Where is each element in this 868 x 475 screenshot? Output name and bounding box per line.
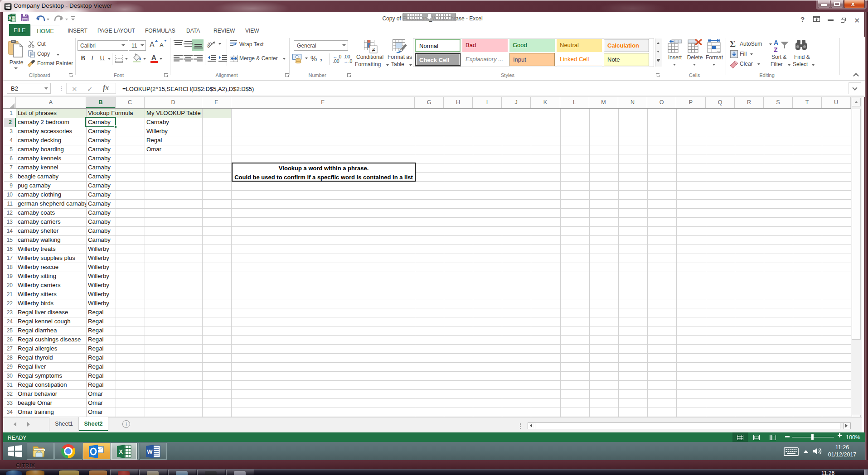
svg-text:A: A bbox=[774, 39, 778, 46]
svg-text:X: X bbox=[119, 448, 123, 455]
svg-text:W: W bbox=[147, 448, 153, 455]
svg-text:≠: ≠ bbox=[372, 46, 375, 53]
svg-text:ab: ab bbox=[207, 40, 213, 49]
svg-text:Z: Z bbox=[774, 46, 778, 53]
